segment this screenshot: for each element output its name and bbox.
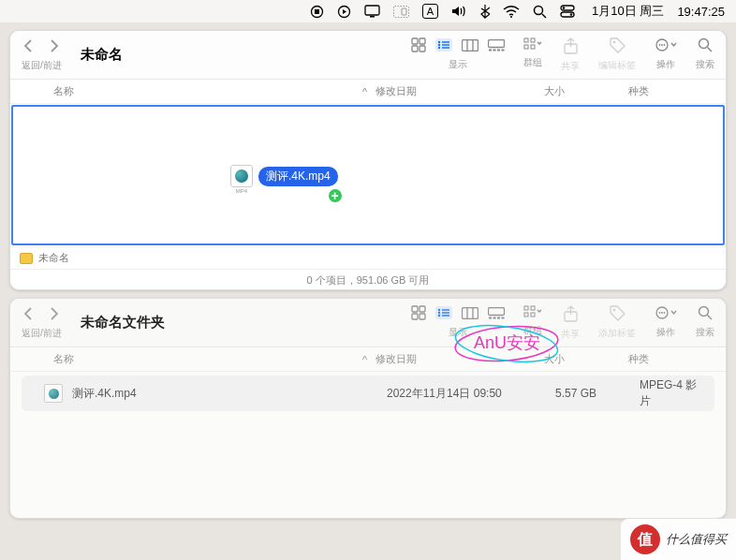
stop-icon[interactable]: [310, 5, 324, 19]
display-icon[interactable]: [364, 5, 380, 18]
actions-button[interactable]: [655, 305, 677, 324]
tags-button: [610, 305, 626, 325]
back-button[interactable]: [22, 306, 34, 325]
forward-button[interactable]: [49, 38, 60, 57]
svg-rect-6: [402, 8, 406, 15]
svg-point-11: [563, 7, 566, 9]
svg-line-9: [542, 14, 546, 18]
list-view-button[interactable]: [435, 38, 452, 55]
bluetooth-icon[interactable]: [480, 4, 490, 19]
svg-point-7: [510, 16, 512, 18]
actions-label: 操作: [656, 58, 675, 71]
svg-rect-32: [502, 49, 505, 51]
svg-point-13: [570, 13, 573, 16]
finder-window-bottom: 返回/前进 未命名文件夹 显示 群组 共享: [9, 298, 727, 519]
path-bar[interactable]: 未命名: [10, 246, 726, 269]
icon-view-button[interactable]: [411, 37, 426, 56]
search-label: 搜索: [696, 58, 714, 71]
col-name[interactable]: 名称: [25, 84, 362, 98]
table-row[interactable]: 测评.4K.mp4 2022年11月14日 09:50 5.57 GB MPEG…: [22, 376, 714, 411]
menubar-time[interactable]: 19:47:25: [677, 5, 725, 19]
col-date[interactable]: 修改日期: [375, 352, 544, 366]
gallery-view-button[interactable]: [488, 38, 505, 55]
svg-rect-48: [420, 314, 425, 319]
svg-point-19: [438, 40, 440, 42]
svg-rect-67: [531, 313, 535, 317]
group-button[interactable]: [523, 37, 542, 54]
file-kind: MPEG-4 影片: [640, 377, 699, 409]
share-label: 共享: [561, 328, 580, 341]
sort-indicator-icon[interactable]: ^: [362, 354, 375, 365]
svg-rect-61: [493, 317, 496, 318]
svg-rect-36: [531, 45, 535, 49]
svg-rect-29: [489, 49, 492, 51]
drop-target-area[interactable]: MP4 测评.4K.mp4 +: [11, 105, 725, 245]
wifi-icon[interactable]: [503, 6, 520, 18]
app-switch-icon[interactable]: [393, 6, 409, 18]
group-label: 群组: [523, 56, 542, 69]
group-button[interactable]: [523, 305, 542, 322]
svg-rect-17: [420, 46, 425, 52]
nav-label: 返回/前进: [22, 327, 62, 340]
search-button[interactable]: [698, 37, 713, 56]
toolbar: 返回/前进 未命名文件夹 显示 群组 共享: [10, 299, 726, 347]
svg-rect-35: [531, 38, 535, 42]
svg-point-23: [438, 46, 440, 48]
svg-rect-16: [412, 46, 418, 52]
input-method-icon[interactable]: A: [422, 4, 438, 19]
icon-view-button[interactable]: [411, 305, 426, 324]
svg-rect-59: [489, 307, 505, 315]
watermark-text: 什么值得买: [666, 531, 727, 548]
columns-header: 名称 ^ 修改日期 大小 种类: [10, 347, 726, 372]
forward-button[interactable]: [49, 306, 60, 325]
svg-point-69: [612, 308, 615, 311]
column-view-button[interactable]: [462, 306, 478, 323]
svg-point-43: [699, 38, 709, 48]
group-label: 群组: [523, 324, 542, 337]
svg-rect-33: [524, 38, 528, 42]
video-file-icon: [44, 384, 63, 403]
col-size[interactable]: 大小: [544, 84, 628, 98]
control-center-icon[interactable]: [560, 5, 575, 18]
columns-header: 名称 ^ 修改日期 大小 种类: [10, 80, 726, 104]
col-date[interactable]: 修改日期: [375, 84, 544, 98]
search-icon[interactable]: [533, 5, 547, 19]
svg-rect-66: [531, 306, 535, 310]
dragged-file[interactable]: MP4 测评.4K.mp4 +: [230, 165, 338, 187]
svg-point-54: [438, 314, 440, 316]
play-icon[interactable]: [337, 5, 351, 19]
col-kind[interactable]: 种类: [628, 84, 711, 98]
tags-button: [610, 37, 626, 57]
svg-rect-4: [370, 16, 375, 18]
svg-rect-28: [489, 39, 505, 47]
window-title: 未命名: [81, 46, 404, 64]
svg-rect-1: [315, 9, 319, 14]
watermark-badge: 值: [630, 524, 660, 554]
tags-label: 编辑标签: [598, 59, 636, 72]
svg-point-41: [661, 44, 663, 46]
column-view-button[interactable]: [462, 38, 478, 55]
file-name: 测评.4K.mp4: [72, 386, 137, 402]
search-label: 搜索: [696, 326, 714, 339]
col-size[interactable]: 大小: [544, 352, 628, 366]
svg-point-72: [661, 312, 663, 314]
volume-icon[interactable]: [451, 5, 467, 18]
corner-watermark: 值 什么值得买: [621, 519, 736, 560]
svg-point-73: [664, 312, 666, 314]
svg-rect-64: [524, 306, 528, 310]
back-button[interactable]: [22, 38, 34, 57]
sort-indicator-icon[interactable]: ^: [362, 86, 375, 97]
finder-window-top: 返回/前进 未命名 显示 群组 共享: [9, 30, 727, 290]
col-kind[interactable]: 种类: [628, 352, 711, 366]
svg-rect-47: [412, 314, 418, 319]
svg-point-40: [659, 44, 661, 46]
list-view-button[interactable]: [435, 306, 452, 323]
gallery-view-button[interactable]: [488, 306, 505, 323]
status-bar: 0 个项目，951.06 GB 可用: [10, 269, 726, 289]
disk-icon: [20, 253, 33, 264]
svg-rect-31: [497, 49, 500, 51]
col-name[interactable]: 名称: [25, 352, 362, 366]
menubar-date[interactable]: 1月10日 周三: [592, 3, 664, 20]
search-button[interactable]: [698, 305, 713, 324]
actions-button[interactable]: [655, 37, 677, 56]
